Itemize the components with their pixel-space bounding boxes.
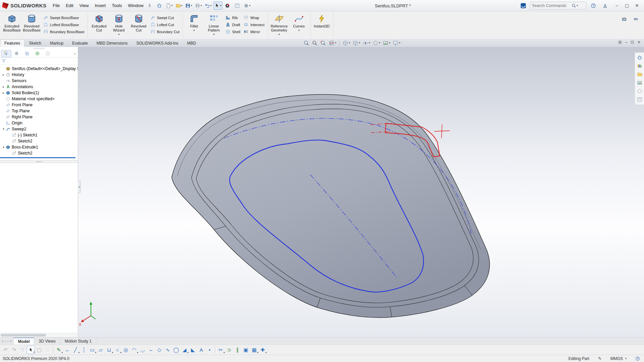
- tab-solidworks-add-ins[interactable]: SOLIDWORKS Add-Ins: [132, 39, 182, 47]
- open-button[interactable]: ▾: [174, 1, 183, 10]
- extruded-boss-base-button[interactable]: ExtrudedBoss/Base: [2, 13, 21, 33]
- view-palette-button[interactable]: [636, 79, 644, 86]
- display-style-button[interactable]: ▾: [352, 39, 361, 47]
- sketch-tool-corner-rectangle[interactable]: ▭▾: [88, 346, 96, 354]
- sketch-tool-select[interactable]: ▾: [27, 346, 35, 354]
- sketch-tool-undo[interactable]: ↶: [2, 346, 10, 354]
- doc-tab-motion-study-1[interactable]: Motion Study 1: [60, 338, 96, 345]
- undo-button[interactable]: ▾: [204, 1, 213, 10]
- sketch-tool-mirror-entities[interactable]: ▣: [242, 346, 250, 354]
- intersect-button[interactable]: Intersect: [242, 22, 266, 27]
- revolved-cut-button[interactable]: RevolvedCut: [129, 13, 148, 33]
- quick-tips-icon[interactable]: [635, 356, 640, 361]
- tree-item-front-plane[interactable]: Front Plane: [0, 102, 78, 108]
- appearances-scenes-button[interactable]: [636, 87, 644, 95]
- zoom-to-area-button[interactable]: [311, 39, 319, 47]
- linear-pattern-button[interactable]: LinearPattern▾: [204, 13, 223, 37]
- custom-properties-button[interactable]: [636, 96, 644, 103]
- tab-scroll-button-4[interactable]: »: [10, 339, 12, 343]
- sketch-tool-spline[interactable]: ∿: [164, 346, 172, 354]
- window-minimize-button[interactable]: –: [625, 40, 627, 45]
- tab-scroll-button-3[interactable]: ›: [7, 339, 8, 343]
- swept-boss-base-button[interactable]: Swept Boss/Base: [42, 15, 86, 20]
- 3d-scene-canvas[interactable]: X: [78, 47, 644, 337]
- sketch-tool-tangent-arc[interactable]: ◡: [139, 346, 147, 354]
- user-avatar[interactable]: [600, 1, 609, 10]
- search-scope-caret-icon[interactable]: ▾: [577, 4, 578, 7]
- tree-item-right-plane[interactable]: Right Plane: [0, 114, 78, 120]
- rollback-bar[interactable]: [0, 157, 75, 158]
- mirror-button[interactable]: Mirror: [242, 29, 266, 35]
- print-caret-icon[interactable]: ▾: [201, 4, 202, 7]
- apply-scene-button[interactable]: ▾: [382, 39, 391, 47]
- centerpoint-arc-caret-icon[interactable]: ▾: [137, 351, 138, 354]
- units-selector[interactable]: MMGS ▾: [610, 356, 627, 361]
- section-view-button[interactable]: ▾: [328, 39, 337, 47]
- sketch-tool-point[interactable]: •: [206, 346, 214, 354]
- sketch-fillet-caret-icon[interactable]: ▾: [187, 351, 189, 354]
- sketch-tool-linear-sketch-pattern[interactable]: ▦▾: [250, 346, 258, 354]
- wrap-button[interactable]: Wrap: [242, 15, 266, 20]
- design-library-button[interactable]: [636, 62, 644, 70]
- sketch-tool-sketch-fillet[interactable]: ◢▾: [180, 346, 189, 354]
- menu-file[interactable]: File: [50, 2, 63, 9]
- linear-pattern-caret-icon[interactable]: ▾: [213, 33, 214, 37]
- experience-platform-icon[interactable]: [519, 1, 528, 10]
- tab-markup[interactable]: Markup: [46, 39, 68, 47]
- help-icon[interactable]: [589, 1, 598, 10]
- view-settings-button[interactable]: ▾: [392, 39, 401, 47]
- options-button[interactable]: ▾: [243, 1, 252, 10]
- sketch-tool-line[interactable]: ╱▾: [71, 346, 79, 354]
- tab-mbd[interactable]: MBD: [183, 39, 201, 47]
- sketch-tool-sketch-chamfer[interactable]: ◣: [189, 346, 197, 354]
- tree-item-annotations[interactable]: ▸AAnnotations: [0, 84, 78, 90]
- revolved-boss-base-button[interactable]: RevolvedBoss/Base: [22, 13, 41, 33]
- reference-geometry-button[interactable]: ReferenceGeometry▾: [270, 13, 289, 37]
- apply-scene-caret-icon[interactable]: ▾: [389, 42, 390, 44]
- print-button[interactable]: ▾: [194, 1, 203, 10]
- tree-expander-icon[interactable]: ▾: [1, 145, 6, 149]
- instant3d-button[interactable]: Instant3D: [312, 13, 331, 28]
- zoom-to-fit-button[interactable]: [303, 39, 310, 47]
- new-document-caret-icon[interactable]: ▾: [171, 4, 173, 7]
- doc-tab-3d-views[interactable]: 3D Views: [34, 338, 60, 345]
- displaymanager-tab[interactable]: [43, 50, 53, 57]
- display-style-caret-icon[interactable]: ▾: [359, 42, 360, 44]
- move-entities-caret-icon[interactable]: ▾: [265, 351, 267, 354]
- straight-slot-caret-icon[interactable]: ▾: [112, 351, 113, 354]
- hide-show-items-caret-icon[interactable]: ▾: [369, 42, 370, 44]
- dimxpertmanager-tab[interactable]: [32, 50, 43, 57]
- sketch-tool-centerpoint-arc[interactable]: ◠▾: [130, 346, 138, 354]
- pane-collapse-handle[interactable]: ◂: [78, 180, 81, 193]
- solidworks-resources-button[interactable]: [636, 54, 644, 61]
- sketch-tool-straight-slot[interactable]: ⊔▾: [105, 346, 113, 354]
- display-pane-button[interactable]: [233, 1, 242, 10]
- sketch-tool-text[interactable]: A: [197, 346, 205, 354]
- menu-window[interactable]: Window: [125, 2, 147, 9]
- fillet-button[interactable]: Fillet▾: [184, 13, 204, 33]
- tree-expander-icon[interactable]: ▾: [1, 127, 6, 131]
- trim-entities-caret-icon[interactable]: ▾: [223, 351, 225, 354]
- tree-item-sentfus-default-default-display-s[interactable]: Sentfus (Default<<Default>_Display S: [0, 66, 78, 72]
- curves-button[interactable]: Curves▾: [289, 13, 309, 33]
- tree-expander-icon[interactable]: ▸: [1, 85, 6, 88]
- tree-item-sketch2[interactable]: Sketch2: [0, 138, 78, 144]
- lofted-cut-button[interactable]: Lofted Cut: [149, 22, 181, 27]
- tree-item-sensors[interactable]: Sensors: [0, 78, 78, 84]
- propertymanager-tab[interactable]: [11, 50, 22, 57]
- view-settings-caret-icon[interactable]: ▾: [399, 42, 400, 44]
- sketch-tool-trim-entities[interactable]: ✂▾: [217, 346, 225, 354]
- fillet-caret-icon[interactable]: ▾: [193, 28, 195, 33]
- tab-evaluate[interactable]: Evaluate: [68, 39, 92, 47]
- search-input[interactable]: [532, 3, 572, 8]
- featuremanager-tree-tab[interactable]: [1, 50, 11, 57]
- sketch-caret-icon[interactable]: ▾: [61, 351, 63, 354]
- reference-geometry-caret-icon[interactable]: ▾: [278, 33, 280, 37]
- tree-horizontal-scrollbar[interactable]: [0, 333, 78, 337]
- swept-cut-button[interactable]: Swept Cut: [149, 15, 181, 20]
- window-close-button[interactable]: ✕: [637, 40, 641, 45]
- sketch-tool-convert-entities[interactable]: ⊃: [225, 346, 233, 354]
- options-caret-icon[interactable]: ▾: [249, 4, 251, 7]
- window-new-button[interactable]: ⊞: [618, 40, 622, 45]
- tab-scroll-button-2[interactable]: ‹: [5, 339, 6, 343]
